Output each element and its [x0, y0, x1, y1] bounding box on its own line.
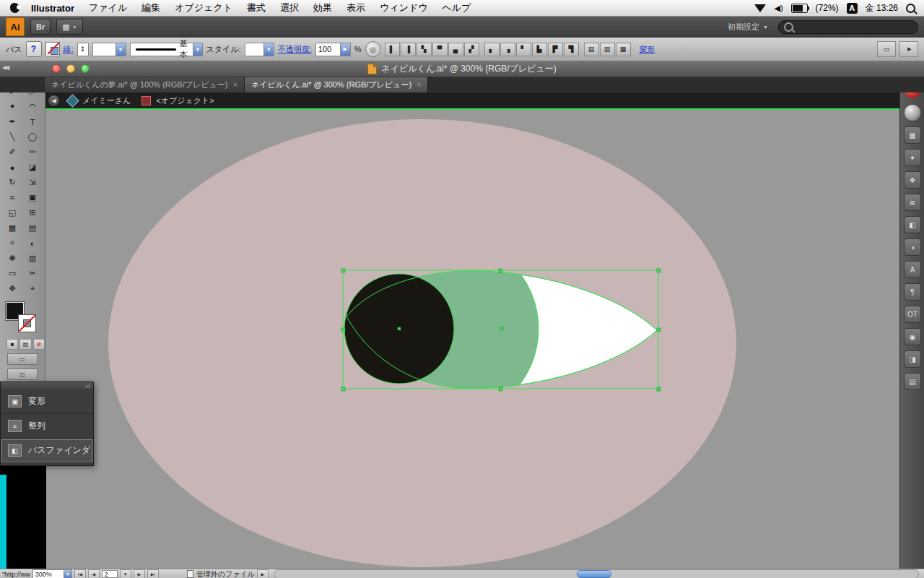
menu-item[interactable]: 編集: [141, 1, 160, 14]
input-source-icon[interactable]: A: [847, 3, 858, 14]
menu-item[interactable]: 書式: [247, 1, 266, 14]
chevron-down-icon[interactable]: ▼: [64, 570, 71, 578]
artboard-tool[interactable]: ▭: [2, 266, 22, 281]
volume-icon[interactable]: ◀): [774, 4, 783, 13]
selection-handle[interactable]: [657, 328, 661, 332]
minimize-window-button[interactable]: [66, 64, 75, 73]
selection-handle[interactable]: [341, 328, 345, 332]
perspective-grid-tool[interactable]: ⊞: [22, 205, 43, 220]
align-button[interactable]: ▀: [432, 43, 448, 56]
back-arrow-icon[interactable]: ◀: [48, 95, 60, 107]
pen-tool[interactable]: ✒: [2, 114, 22, 129]
document-canvas[interactable]: [45, 108, 899, 569]
workspace-switcher[interactable]: 初期設定 ▼: [728, 22, 768, 33]
paragraph-panel-icon[interactable]: ¶: [904, 283, 921, 301]
breadcrumb-group[interactable]: メイミーさん: [82, 95, 131, 106]
selected-edge-line[interactable]: [45, 108, 899, 110]
align-button[interactable]: ▗: [500, 43, 515, 56]
align-button[interactable]: ▘: [516, 43, 531, 56]
next-artboard-button[interactable]: ▶: [134, 569, 145, 578]
document-tab[interactable]: ネイビルくん.ai* @ 300% (RGB/プレビュー)×: [245, 77, 429, 92]
chevron-down-icon[interactable]: ▼: [116, 43, 126, 56]
selection-handle[interactable]: [499, 387, 502, 391]
selection-handle[interactable]: [341, 387, 345, 391]
none-button[interactable]: ⊘: [33, 339, 45, 350]
pencil-tool[interactable]: ✏: [22, 144, 43, 160]
arrange-documents-button[interactable]: ▦ ▼: [56, 19, 82, 35]
align-button[interactable]: ▚: [417, 43, 432, 56]
selection-handle[interactable]: [657, 269, 661, 272]
document-setup-icon[interactable]: ◎: [365, 41, 381, 57]
column-graph-tool[interactable]: ▥: [22, 251, 43, 266]
dock-item-3[interactable]: ◧パスファインダ: [1, 439, 93, 463]
scale-tool[interactable]: ⇲: [22, 175, 43, 190]
help-reference-button[interactable]: ?: [26, 41, 42, 57]
paintbrush-tool[interactable]: ✐: [2, 144, 22, 160]
zoom-window-button[interactable]: [81, 64, 90, 73]
zoom-level-combo[interactable]: 300% ▼: [32, 569, 72, 578]
menu-item[interactable]: 選択: [280, 1, 299, 14]
prev-artboard-button[interactable]: ◀: [88, 569, 100, 578]
blend-tool[interactable]: ◐: [22, 236, 43, 251]
color-button[interactable]: ■: [6, 339, 18, 350]
blob-brush-tool[interactable]: ●: [2, 160, 22, 175]
menu-item[interactable]: ファイル: [89, 1, 127, 14]
gradient-tool[interactable]: ▤: [22, 220, 43, 236]
app-menu-illustrator[interactable]: Illustrator: [31, 3, 74, 14]
character-panel-icon[interactable]: A: [904, 261, 921, 278]
spotlight-icon[interactable]: [906, 4, 915, 13]
line-tool[interactable]: ╲: [2, 129, 22, 144]
lasso-tool[interactable]: ◠: [22, 99, 43, 114]
free-transform-tool[interactable]: ▣: [22, 190, 43, 205]
menu-item[interactable]: 効果: [313, 1, 332, 14]
chevron-down-icon[interactable]: ▼: [263, 43, 274, 56]
fill-stroke-indicator[interactable]: [45, 42, 60, 56]
navigator-sphere-icon[interactable]: [904, 104, 921, 121]
stroke-weight-combo[interactable]: ▼: [92, 43, 126, 56]
style-combo[interactable]: ▼: [245, 43, 274, 56]
document-title-bar[interactable]: ◀◀ ネイビルくん.ai* @ 300% (RGB/プレビュー): [0, 61, 924, 77]
stroke-panel-icon[interactable]: ≣: [904, 194, 921, 211]
search-input[interactable]: [778, 20, 918, 34]
appearance-panel-icon[interactable]: ◉: [904, 328, 921, 345]
drawing-mode-button[interactable]: ▭: [7, 353, 38, 365]
close-window-button[interactable]: [52, 64, 61, 73]
align-button[interactable]: ▌: [385, 43, 400, 56]
align-button[interactable]: ▛: [548, 43, 563, 56]
status-expand-button[interactable]: ▶: [257, 569, 269, 578]
menu-item[interactable]: ウィンドウ: [380, 1, 428, 14]
align-button[interactable]: ▜: [564, 43, 579, 56]
align-button[interactable]: ▤: [584, 43, 599, 56]
width-tool[interactable]: ≍: [2, 190, 22, 205]
selection-handle[interactable]: [499, 269, 502, 272]
brushes-panel-icon[interactable]: ✦: [904, 149, 921, 166]
chevron-right-icon[interactable]: ▶: [340, 43, 350, 56]
opacity-link[interactable]: 不透明度:: [278, 44, 312, 55]
menu-item[interactable]: オブジェクト: [175, 1, 232, 14]
artboard-options-icon[interactable]: ▭: [877, 41, 896, 57]
document-tab[interactable]: ネイビルくんの夢.ai* @ 100% (RGB/プレビュー)×: [45, 77, 245, 92]
ellipse-tool[interactable]: ◯: [22, 129, 43, 144]
stroke-color-swatch[interactable]: [18, 314, 36, 332]
hand-tool[interactable]: ✥: [2, 281, 22, 296]
dock-item-1[interactable]: ▣変形: [1, 389, 93, 414]
align-button[interactable]: ▙: [532, 43, 547, 56]
symbol-sprayer-tool[interactable]: ❋: [2, 251, 22, 266]
align-button[interactable]: ▦: [616, 43, 631, 56]
selection-handle[interactable]: [341, 269, 345, 272]
stroke-link[interactable]: 線:: [64, 44, 74, 55]
align-button[interactable]: ▄: [448, 43, 463, 56]
dock-item-2[interactable]: ≡整列: [1, 414, 93, 439]
anchor-center-point[interactable]: [398, 327, 401, 330]
eyedropper-tool[interactable]: ✧: [2, 236, 22, 251]
scrollbar-thumb[interactable]: [577, 570, 611, 578]
type-tool[interactable]: T: [22, 114, 43, 129]
first-artboard-button[interactable]: |◀: [74, 569, 86, 578]
brush-definition-combo[interactable]: 基本 ▼: [130, 43, 203, 56]
opentype-panel-icon[interactable]: OT: [904, 306, 921, 323]
screen-mode-button[interactable]: ◫: [7, 368, 38, 380]
graphic-styles-panel-icon[interactable]: ◨: [904, 350, 921, 368]
breadcrumb-object[interactable]: <オブジェクト>: [156, 95, 214, 106]
swatches-panel-icon[interactable]: ▦: [904, 126, 921, 144]
stroke-weight-stepper[interactable]: ▲▼: [77, 43, 89, 56]
